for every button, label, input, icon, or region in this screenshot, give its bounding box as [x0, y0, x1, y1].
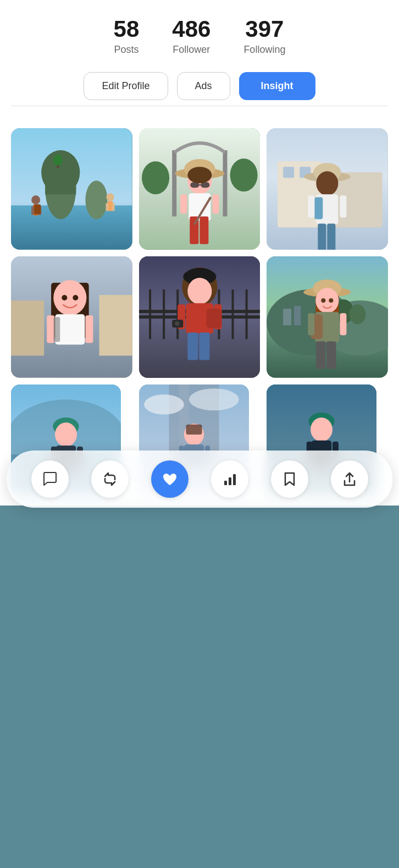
svg-point-96	[322, 298, 326, 303]
svg-rect-44	[315, 197, 323, 219]
svg-point-42	[317, 171, 339, 195]
svg-rect-46	[340, 196, 347, 218]
posts-count: 58	[114, 17, 140, 42]
share-icon	[341, 471, 358, 487]
svg-point-109	[55, 422, 77, 447]
svg-rect-45	[308, 196, 315, 218]
svg-rect-38	[283, 167, 294, 178]
svg-rect-60	[85, 315, 93, 343]
grid-item-5[interactable]	[139, 256, 261, 378]
svg-rect-101	[340, 313, 347, 335]
svg-rect-18	[172, 150, 176, 216]
svg-rect-88	[283, 309, 291, 325]
insight-button[interactable]: Insight	[239, 72, 315, 100]
comment-button[interactable]	[31, 460, 69, 498]
posts-label: Posts	[114, 44, 138, 56]
grid-item-6[interactable]	[267, 256, 388, 378]
svg-rect-130	[224, 481, 227, 485]
svg-point-76	[187, 278, 212, 304]
svg-point-5	[85, 180, 107, 219]
svg-point-57	[73, 295, 78, 300]
following-label: Following	[243, 44, 285, 56]
svg-rect-50	[11, 300, 44, 355]
svg-rect-131	[229, 477, 231, 485]
stat-following: 397 Following	[243, 17, 285, 56]
bottom-background	[0, 506, 399, 814]
svg-point-28	[187, 167, 212, 183]
heart-icon	[162, 471, 178, 487]
svg-point-116	[144, 394, 184, 414]
svg-point-20	[142, 161, 169, 194]
photo-1-svg	[11, 128, 132, 250]
svg-rect-19	[223, 150, 227, 216]
grid-item-3[interactable]	[267, 128, 388, 250]
photo-6-svg	[267, 256, 388, 378]
svg-rect-83	[187, 332, 198, 360]
chart-icon	[221, 471, 238, 487]
svg-rect-102	[317, 341, 326, 369]
svg-rect-61	[53, 317, 60, 342]
svg-rect-8	[31, 207, 34, 215]
profile-section: 58 Posts 486 Follower 397 Following Edit…	[0, 0, 399, 117]
follower-count: 486	[172, 17, 210, 42]
svg-rect-132	[233, 474, 236, 485]
photo-5-svg	[139, 256, 261, 378]
photo-2-svg	[139, 128, 261, 250]
svg-point-55	[53, 280, 86, 315]
svg-rect-33	[212, 195, 219, 214]
svg-rect-51	[99, 295, 132, 355]
bookmark-icon	[281, 471, 298, 487]
svg-point-56	[62, 295, 67, 300]
svg-point-21	[230, 158, 257, 191]
grid-item-4[interactable]	[11, 256, 132, 378]
svg-rect-14	[112, 204, 115, 211]
svg-rect-10	[34, 205, 41, 215]
svg-rect-59	[47, 315, 54, 343]
svg-rect-48	[328, 224, 336, 250]
svg-point-126	[311, 417, 332, 442]
ads-button[interactable]: Ads	[177, 72, 230, 100]
svg-rect-80	[206, 309, 221, 328]
stat-posts: 58 Posts	[114, 17, 140, 56]
share-button[interactable]	[331, 460, 368, 498]
svg-rect-119	[186, 424, 202, 434]
stats-button[interactable]	[211, 460, 248, 498]
grid-item-2[interactable]	[139, 128, 261, 250]
stat-follower: 486 Follower	[172, 17, 210, 56]
svg-rect-100	[308, 313, 315, 335]
following-count: 397	[245, 17, 284, 42]
photo-4-svg	[11, 256, 132, 378]
edit-profile-button[interactable]: Edit Profile	[84, 72, 168, 100]
photo-grid	[11, 128, 388, 494]
repost-icon	[102, 471, 118, 487]
stats-row: 58 Posts 486 Follower 397 Following	[11, 17, 388, 56]
comment-icon	[42, 471, 58, 487]
svg-rect-1	[11, 206, 132, 250]
svg-point-97	[329, 298, 334, 303]
repost-button[interactable]	[91, 460, 129, 498]
svg-point-11	[107, 194, 114, 201]
photo-3-svg	[267, 128, 388, 250]
svg-point-6	[31, 196, 40, 205]
svg-rect-84	[199, 332, 209, 360]
svg-point-82	[175, 321, 179, 326]
svg-point-95	[316, 288, 339, 313]
follower-label: Follower	[173, 44, 210, 56]
svg-rect-31	[199, 217, 208, 244]
svg-point-117	[189, 388, 239, 410]
svg-rect-47	[318, 224, 326, 250]
action-bar	[7, 451, 392, 508]
svg-point-16	[53, 155, 62, 166]
grid-item-1[interactable]	[11, 128, 132, 250]
profile-buttons: Edit Profile Ads Insight	[11, 72, 388, 100]
bookmark-button[interactable]	[271, 460, 308, 498]
svg-rect-13	[106, 204, 109, 211]
svg-rect-4	[45, 178, 76, 194]
photo-grid-section	[0, 117, 399, 505]
like-button[interactable]	[151, 460, 189, 498]
svg-rect-89	[294, 306, 301, 325]
svg-point-91	[350, 304, 366, 324]
section-divider	[11, 106, 388, 106]
svg-rect-103	[327, 341, 336, 369]
svg-rect-32	[180, 195, 187, 214]
